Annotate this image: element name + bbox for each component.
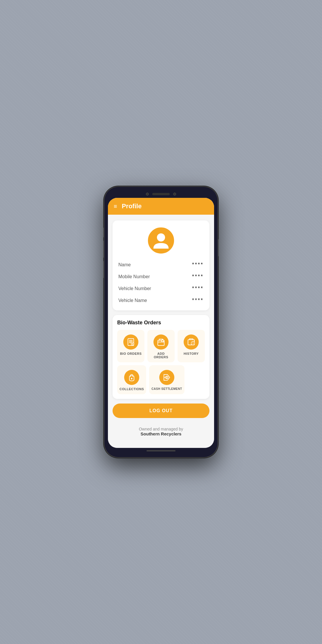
collections-label: COLLECTIONS (120, 387, 144, 391)
add-orders-icon (157, 338, 165, 346)
collections-icon-circle (124, 370, 139, 385)
footer-line1: Owned and managed by (113, 427, 209, 431)
empty-tile (187, 365, 205, 394)
profile-fields: Name **** Mobile Number **** Vehicle Num… (118, 261, 204, 305)
history-icon-circle (184, 334, 199, 350)
cash-settlement-tile[interactable]: CASH SETTLEMENT (149, 365, 184, 394)
field-label-mobile: Mobile Number (118, 274, 150, 279)
add-orders-icon-circle (153, 334, 169, 350)
field-value-name: **** (192, 262, 204, 268)
field-label-vehicle-number: Vehicle Number (118, 286, 151, 291)
collections-icon (128, 373, 136, 381)
orders-grid-row2: COLLECTIONS (117, 365, 205, 394)
phone-screen: ≡ Profile (108, 198, 214, 448)
sensor (173, 193, 176, 196)
cash-settlement-icon-circle (159, 370, 174, 385)
cash-settlement-label: CASH SETTLEMENT (151, 387, 182, 390)
avatar (148, 227, 174, 254)
orders-section: Bio-Waste Orders (113, 315, 209, 399)
history-tile[interactable]: HISTORY (178, 330, 205, 362)
svg-point-20 (164, 377, 166, 378)
bio-orders-label: BIO ORDERS (120, 352, 142, 355)
mute-button (103, 227, 104, 238)
avatar-container (118, 227, 204, 254)
home-indicator (146, 450, 176, 451)
app-content: Name **** Mobile Number **** Vehicle Num… (108, 215, 214, 448)
phone-frame: ≡ Profile (104, 187, 218, 457)
logout-container: LOG OUT (113, 404, 209, 424)
cash-settlement-icon (163, 373, 171, 381)
field-value-mobile: **** (192, 274, 204, 280)
collections-tile[interactable]: COLLECTIONS (117, 365, 146, 394)
footer: Owned and managed by Southern Recyclers (113, 424, 209, 442)
field-value-vehicle-number: **** (192, 285, 204, 292)
app-header: ≡ Profile (108, 198, 214, 215)
bio-orders-tile[interactable]: BIO ORDERS (117, 330, 144, 362)
bio-orders-icon-circle (123, 334, 138, 350)
hamburger-icon[interactable]: ≡ (114, 203, 117, 210)
front-camera (146, 193, 149, 196)
page-title: Profile (122, 202, 142, 210)
history-icon (187, 338, 195, 346)
notch-bar (108, 193, 214, 196)
bottom-bar (108, 450, 214, 451)
field-value-vehicle-name: **** (192, 297, 204, 303)
profile-row-name: Name **** (118, 261, 204, 269)
avatar-icon (151, 230, 171, 251)
bio-orders-icon (127, 338, 135, 346)
field-label-vehicle-name: Vehicle Name (118, 298, 147, 303)
profile-row-vehicle-number: Vehicle Number **** (118, 284, 204, 293)
profile-card: Name **** Mobile Number **** Vehicle Num… (113, 220, 209, 310)
profile-row-vehicle-name: Vehicle Name **** (118, 296, 204, 305)
add-orders-tile[interactable]: ADD ORDERS (147, 330, 175, 362)
power-button (218, 239, 219, 256)
section-title: Bio-Waste Orders (117, 320, 205, 326)
volume-down-button (103, 261, 104, 278)
svg-point-0 (157, 234, 165, 242)
speaker (152, 193, 170, 195)
footer-brand: Southern Recyclers (113, 431, 209, 436)
orders-grid-row1: BIO ORDERS (117, 330, 205, 362)
volume-up-button (103, 240, 104, 258)
profile-row-mobile: Mobile Number **** (118, 272, 204, 281)
field-label-name: Name (118, 262, 131, 267)
svg-rect-17 (131, 379, 132, 379)
logout-button[interactable]: LOG OUT (113, 404, 209, 418)
history-label: HISTORY (184, 352, 199, 355)
add-orders-label: ADD ORDERS (150, 352, 172, 359)
